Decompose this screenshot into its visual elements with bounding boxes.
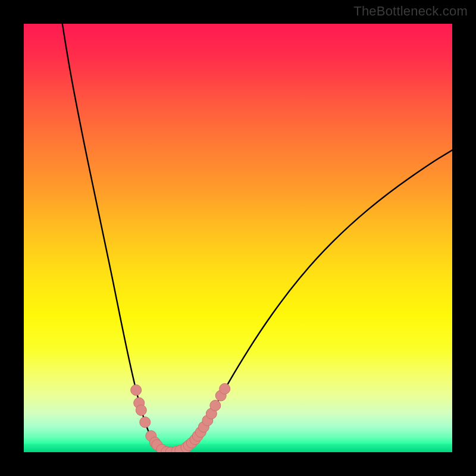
watermark-text: TheBottleneck.com — [353, 4, 468, 19]
data-marker — [140, 417, 151, 428]
data-marker — [136, 405, 146, 415]
data-marker — [220, 383, 230, 394]
data-marker — [131, 385, 142, 396]
plot-area — [24, 24, 452, 452]
curve-svg — [24, 24, 452, 452]
bottleneck-curve — [62, 24, 452, 452]
chart-frame: TheBottleneck.com — [0, 0, 476, 476]
data-marker — [210, 400, 221, 411]
curve-markers — [131, 383, 230, 452]
